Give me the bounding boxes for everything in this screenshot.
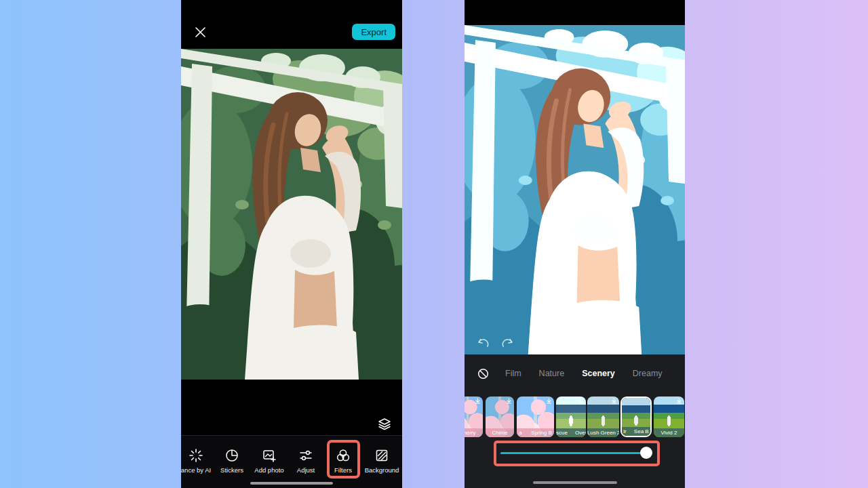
filters-venn-icon <box>336 448 351 463</box>
home-indicator <box>250 482 333 485</box>
redo-icon[interactable] <box>500 338 514 350</box>
filters-panel: Film Nature Scenery Dreamy Oil P Cherry <box>465 354 685 488</box>
filter-tile[interactable]: a Spring B <box>517 396 554 437</box>
tool-label: ance by AI <box>181 466 211 474</box>
editor-home-screenshot: Export ance by AI <box>181 0 402 488</box>
gradient-background: Export ance by AI <box>0 0 868 488</box>
filter-name: scue Over <box>556 428 586 437</box>
download-icon <box>506 398 512 404</box>
download-icon <box>578 398 584 404</box>
tool-background[interactable]: Background <box>361 448 402 474</box>
undo-redo-group <box>477 338 514 350</box>
download-icon <box>546 398 552 404</box>
layers-icon[interactable] <box>378 418 391 431</box>
category-film[interactable]: Film <box>505 369 521 378</box>
filter-name: a Spring B <box>517 428 554 437</box>
tool-label: Background <box>365 466 399 474</box>
filter-name: Chime <box>486 428 514 437</box>
adjust-sliders-icon <box>298 448 313 463</box>
filter-name: Cherry <box>465 428 483 437</box>
sticker-icon <box>224 448 239 463</box>
download-icon <box>611 398 617 404</box>
photo-canvas <box>181 49 402 380</box>
background-hatch-icon <box>374 448 389 463</box>
tool-filters[interactable]: Filters <box>323 448 363 474</box>
filter-thumbnail-row: Cherry Chime a Spring B <box>465 396 685 440</box>
filter-name: ir Sea B <box>622 427 650 436</box>
enhance-sparkle-icon <box>189 448 203 463</box>
filter-tile[interactable]: Chime <box>486 396 514 437</box>
filters-view-screenshot: Film Nature Scenery Dreamy Oil P Cherry <box>465 0 685 488</box>
intensity-slider-knob[interactable] <box>640 447 652 459</box>
category-nature[interactable]: Nature <box>539 369 565 378</box>
add-photo-icon <box>262 448 277 463</box>
filter-tile[interactable]: Lush Green 2 <box>587 396 619 437</box>
editor-top-bar: Export <box>181 0 402 49</box>
download-icon <box>676 398 682 404</box>
filter-tile[interactable]: scue Over <box>556 396 586 437</box>
filter-name: Vivid 2 <box>654 428 684 437</box>
tool-label: Adjust <box>297 466 315 474</box>
download-icon <box>475 398 481 404</box>
tool-stickers[interactable]: Stickers <box>212 448 252 474</box>
confirm-check-icon[interactable] <box>684 368 685 380</box>
category-scenery[interactable]: Scenery <box>582 369 615 378</box>
undo-icon[interactable] <box>477 338 491 350</box>
tool-label: Add photo <box>254 466 283 474</box>
status-bar-area <box>465 0 685 25</box>
tool-label: Filters <box>334 466 352 474</box>
home-indicator <box>533 481 617 484</box>
filtered-photo-canvas <box>465 25 685 354</box>
tool-add-photo[interactable]: Add photo <box>249 448 290 474</box>
export-button[interactable]: Export <box>352 24 395 40</box>
intensity-slider-track[interactable] <box>500 452 647 454</box>
no-filter-icon[interactable] <box>477 368 489 380</box>
tool-label: Stickers <box>220 466 243 474</box>
close-icon[interactable] <box>195 26 206 38</box>
filter-tile[interactable]: Cherry <box>465 396 483 437</box>
tool-adjust[interactable]: Adjust <box>285 448 326 474</box>
filter-name: Lush Green 2 <box>587 428 619 437</box>
filter-tile-selected[interactable]: ir Sea B <box>620 396 652 437</box>
filter-category-row: Film Nature Scenery Dreamy Oil P <box>465 363 685 384</box>
filter-tile[interactable]: Vivid 2 <box>654 396 684 437</box>
canvas-lower-area <box>181 380 402 435</box>
editor-toolbar: ance by AI Stickers Add photo <box>181 435 402 488</box>
category-dreamy[interactable]: Dreamy <box>633 369 663 378</box>
